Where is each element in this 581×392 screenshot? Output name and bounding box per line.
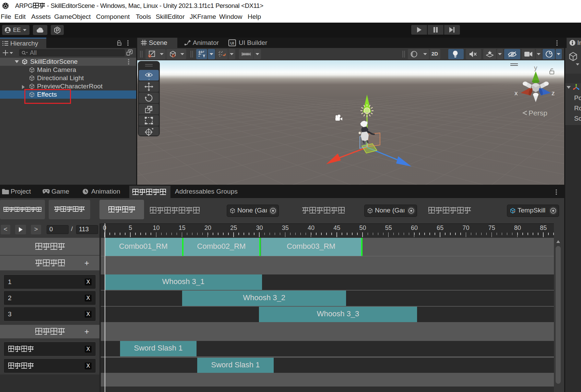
svg-text:z: z [552, 89, 555, 97]
svg-text:Persp: Persp [529, 109, 547, 117]
svg-text:Y: Y [203, 54, 205, 58]
svg-text:x: x [514, 89, 518, 97]
svg-text:UI: UI [230, 41, 234, 45]
svg-text:y: y [534, 64, 537, 71]
